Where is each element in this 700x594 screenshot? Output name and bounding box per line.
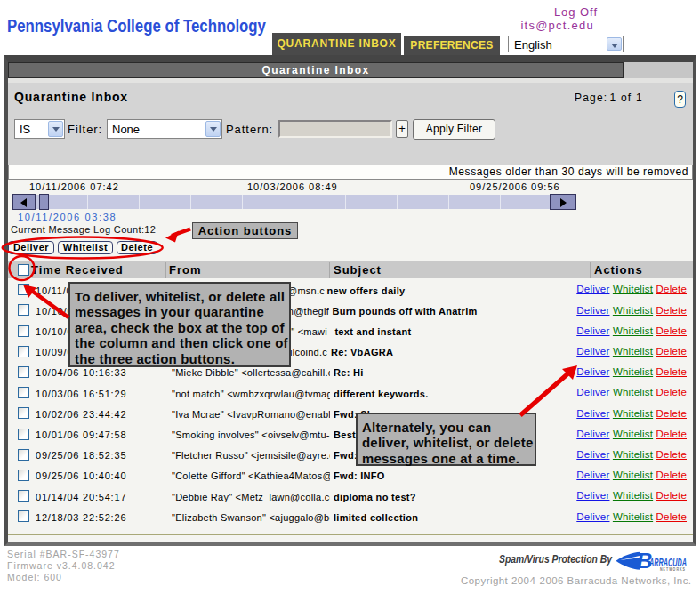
svg-text:N E T W O R K S: N E T W O R K S [660, 567, 685, 572]
